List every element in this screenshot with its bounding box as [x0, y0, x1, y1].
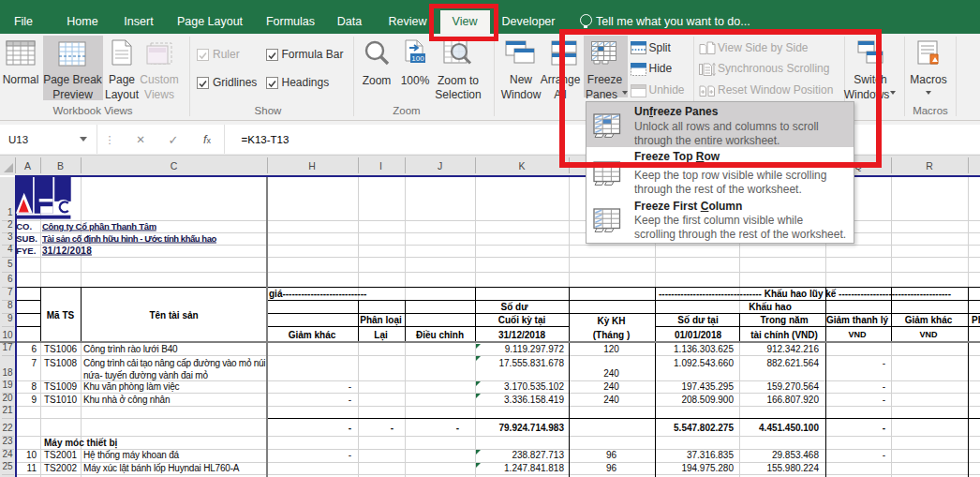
- svg-text:100: 100: [411, 54, 424, 63]
